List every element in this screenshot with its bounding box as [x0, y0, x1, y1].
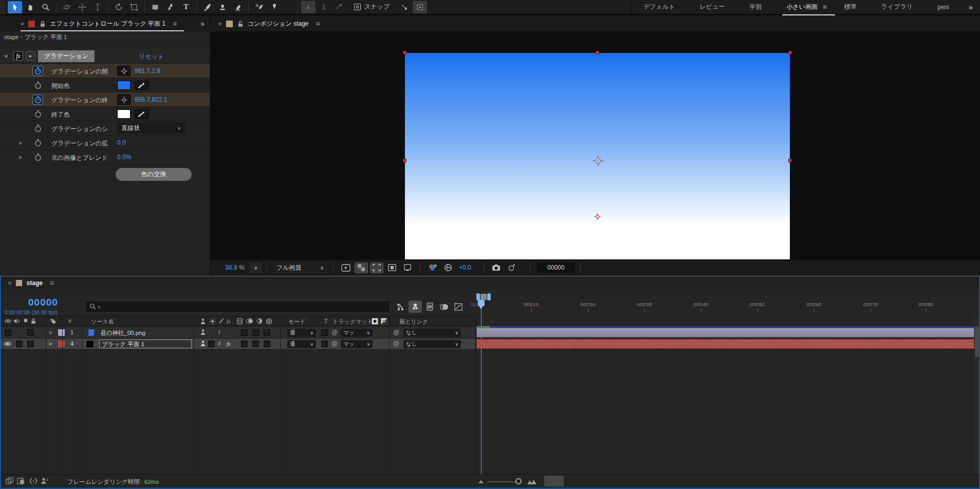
fx-badge-icon[interactable]: fx [13, 51, 23, 61]
preview-timecode[interactable]: 00000 [537, 262, 575, 273]
start-color-swatch[interactable] [117, 81, 131, 90]
time-ruler[interactable]: 0000 00010 00020 00030 00040 00050 00060… [476, 293, 979, 316]
label-column-tag-icon[interactable] [50, 318, 57, 325]
gradient-shape-dropdown[interactable]: 直線状 ∨ [117, 123, 185, 134]
track-matte-column-header[interactable]: トラックマット [332, 318, 373, 326]
panel-menu-icon[interactable]: ≡ [173, 20, 177, 28]
workspace-menu-icon[interactable]: ≡ [823, 3, 827, 11]
property-value[interactable]: 0.0 [117, 139, 126, 146]
preserve-transparency-toggle[interactable] [321, 341, 328, 347]
close-icon[interactable]: × [218, 20, 222, 28]
selection-handle[interactable] [403, 159, 406, 162]
show-snapshot-icon[interactable] [505, 262, 519, 273]
marquee-select-icon[interactable] [413, 1, 427, 13]
audio-column-speaker-icon[interactable] [13, 318, 20, 324]
timeline-search-input[interactable]: ∨ [85, 300, 390, 313]
zoom-out-mountain-icon[interactable] [478, 480, 484, 483]
shy-switch[interactable] [200, 329, 206, 335]
exposure-value[interactable]: +0.0 [459, 264, 471, 271]
selection-handle[interactable] [788, 159, 792, 162]
snapshot-camera-icon[interactable] [490, 262, 503, 273]
guides-icon[interactable] [401, 262, 414, 273]
dolly-camera-tool-icon[interactable] [90, 1, 105, 13]
orbit-camera-tool-icon[interactable] [60, 1, 74, 13]
roto-brush-tool-icon[interactable] [252, 1, 266, 13]
mesh-advanced-tool-icon[interactable] [317, 1, 331, 13]
composition-mini-flowchart-icon[interactable] [394, 300, 408, 313]
expand-chevron-icon[interactable]: > [19, 140, 22, 146]
track-matte-dropdown[interactable]: マッ∨ [341, 340, 373, 348]
reset-link[interactable]: リセット [139, 52, 164, 61]
mask-visibility-icon[interactable] [385, 262, 399, 273]
magnification-value[interactable]: 38.9 [225, 264, 237, 271]
type-tool-icon[interactable]: T [179, 1, 193, 13]
gradient-solid-layer[interactable] [405, 53, 790, 269]
workspace-tab-default[interactable]: デフォルト [643, 3, 675, 11]
parent-link-dropdown[interactable]: なし∨ [403, 340, 461, 348]
panel-overflow-icon[interactable]: » [200, 20, 205, 28]
property-row-gradient-start[interactable]: グラデーションの開 961.7,2.6 [0, 64, 210, 78]
expand-layer-switches-icon[interactable] [6, 477, 14, 485]
timeline-zoom-handle[interactable] [515, 478, 522, 484]
thin-cursor-icon[interactable] [397, 1, 412, 13]
stopwatch-icon[interactable] [34, 153, 42, 161]
matte-pickwhip-icon[interactable]: @ [331, 340, 338, 347]
layer-label-swatch[interactable] [58, 341, 65, 347]
pan-camera-tool-icon[interactable] [75, 1, 89, 13]
layer-expand-chevron[interactable]: > [49, 341, 52, 347]
horizontal-scrollbar-thumb[interactable] [544, 476, 564, 486]
effects-switch-fx-icon[interactable]: fx [227, 318, 231, 324]
region-of-interest-icon[interactable] [370, 262, 383, 273]
transparency-grid-icon[interactable] [355, 262, 368, 273]
switch-box[interactable] [241, 329, 248, 336]
exposure-shutter-icon[interactable] [441, 262, 455, 273]
quality-switch-icon[interactable] [218, 318, 224, 324]
effects-fx-switch[interactable]: fx [227, 341, 231, 347]
parent-link-column-header[interactable]: 親とリンク [399, 318, 428, 326]
layer-label-swatch[interactable] [58, 329, 65, 336]
workspace-tab-learn[interactable]: 学習 [749, 3, 762, 11]
quality-switch[interactable]: / [218, 329, 220, 335]
mesh-bend-tool-icon[interactable] [332, 1, 346, 13]
property-value[interactable]: 956.7,822.1 [135, 96, 167, 103]
stopwatch-icon[interactable] [34, 67, 42, 75]
panel-menu-icon[interactable]: ≡ [50, 279, 54, 287]
shy-switch[interactable] [200, 340, 206, 347]
motion-blur-icon[interactable] [437, 300, 451, 313]
point-crosshair-icon[interactable] [117, 66, 131, 76]
video-eye-icon[interactable] [4, 341, 11, 347]
property-row-blend-with-original[interactable]: > 元の画像とブレンド 0.0% [0, 150, 210, 164]
workspace-overflow-icon[interactable]: » [969, 3, 973, 11]
graph-editor-icon[interactable] [452, 300, 465, 313]
property-row-gradient-shape[interactable]: グラデーションのシ 直線状 ∨ [0, 121, 210, 136]
blend-mode-dropdown[interactable]: 通∨ [287, 340, 316, 348]
close-icon[interactable]: × [8, 279, 12, 287]
anchor-point-icon[interactable] [593, 156, 603, 166]
video-column-eye-icon[interactable] [5, 318, 11, 324]
workspace-tab-standard[interactable]: 標準 [844, 3, 857, 11]
fast-preview-icon[interactable] [339, 262, 353, 273]
collapse-switch-sun-icon[interactable] [209, 318, 216, 325]
switch-box[interactable] [264, 341, 270, 347]
lock-toggle[interactable] [27, 329, 34, 336]
layer-row-1[interactable]: > 1 昼の神社_00.png / 通∨ @ マッ∨ @ なし∨ [1, 327, 476, 338]
stopwatch-icon[interactable] [34, 124, 42, 133]
timeline-tab-title[interactable]: stage [27, 279, 43, 287]
selection-handle[interactable] [788, 51, 792, 54]
adjustment-layer-switch-icon[interactable] [256, 318, 263, 324]
shy-switch-icon[interactable] [200, 318, 206, 325]
vertical-scrollbar[interactable] [974, 316, 979, 476]
workspace-tab-small-screen[interactable]: 小さい画面 [786, 3, 818, 11]
eyedropper-icon[interactable] [135, 109, 149, 119]
switch-box[interactable] [252, 341, 259, 347]
effect-name-chip[interactable]: グラデーション [38, 50, 95, 62]
mesh-node-tool-icon[interactable] [301, 1, 316, 13]
layer-name[interactable]: 昼の神社_00.png [100, 329, 145, 337]
property-value[interactable]: 0.0% [117, 154, 131, 161]
lock-toggle[interactable] [27, 341, 34, 347]
workspace-tab-libraries[interactable]: ライブラリ [881, 3, 913, 11]
lock-column-icon[interactable] [30, 318, 36, 324]
switch-box[interactable] [252, 329, 259, 336]
playhead-handle[interactable] [478, 300, 485, 306]
expand-inout-columns-icon[interactable] [29, 477, 38, 485]
